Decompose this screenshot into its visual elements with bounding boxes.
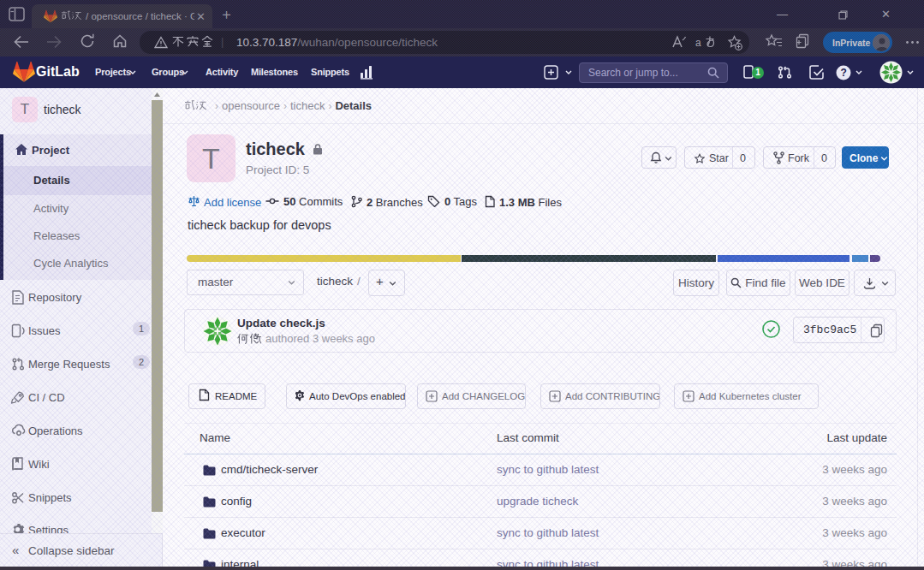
- svg-text:a: a: [695, 37, 701, 49]
- svg-text:/ opensource / ticheck · Gi: / opensource / ticheck · Gi: [86, 11, 194, 21]
- svg-text:?: ?: [840, 67, 846, 79]
